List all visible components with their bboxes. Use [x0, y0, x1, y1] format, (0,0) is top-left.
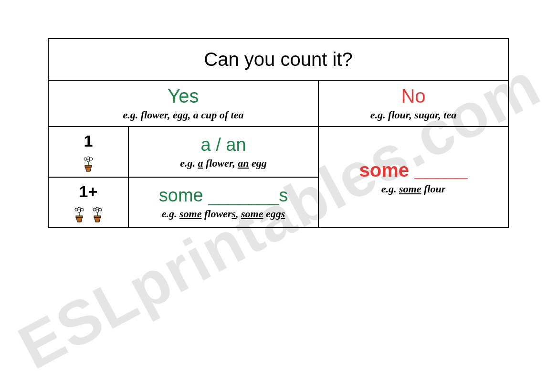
flowerpot-icon	[91, 206, 104, 222]
yes-head: Yes	[53, 85, 314, 107]
svg-rect-5	[85, 165, 92, 167]
yes-eg: e.g. flower, egg, a cup of tea	[53, 109, 314, 121]
row2-rule-cell: some _______s e.g. some flowers, some eg…	[128, 177, 318, 228]
svg-point-2	[90, 158, 93, 160]
row2-eg: e.g. some flowers, some eggs	[133, 208, 314, 220]
row2-number: 1+	[53, 182, 124, 201]
flowerpot-icon	[73, 206, 86, 222]
row1-eg: e.g. a flower, an egg	[133, 157, 314, 170]
grammar-table: Can you count it? Yes e.g. flower, egg, …	[48, 38, 509, 228]
svg-marker-13	[76, 218, 82, 222]
document-canvas: ESLprintables.com Can you count it? Yes …	[0, 0, 558, 392]
row1-number-cell: 1	[48, 127, 128, 177]
svg-marker-6	[85, 167, 91, 171]
no-rule-cell: some _____ e.g. some flour	[318, 127, 508, 228]
no-rule: some _____	[323, 159, 504, 181]
yes-header-cell: Yes e.g. flower, egg, a cup of tea	[48, 80, 318, 127]
svg-marker-20	[95, 218, 100, 222]
svg-point-14	[93, 208, 96, 211]
svg-point-0	[84, 158, 87, 160]
no-head: No	[323, 85, 504, 107]
no-rule-eg: e.g. some flour	[323, 183, 504, 195]
row1-rule: a / an	[133, 135, 314, 155]
no-header-cell: No e.g. flour, sugar, tea	[318, 80, 508, 127]
table-title: Can you count it?	[48, 39, 508, 80]
svg-point-9	[81, 208, 84, 211]
svg-rect-12	[76, 216, 83, 218]
row2-number-cell: 1+	[48, 177, 128, 228]
row1-number: 1	[53, 132, 124, 150]
row2-rule: some _______s	[133, 185, 314, 206]
svg-point-7	[75, 208, 78, 211]
no-eg: e.g. flour, sugar, tea	[323, 109, 504, 121]
svg-point-16	[99, 208, 102, 211]
flowerpot-icon	[82, 156, 95, 172]
svg-rect-19	[94, 216, 101, 218]
row1-rule-cell: a / an e.g. a flower, an egg	[128, 127, 318, 177]
